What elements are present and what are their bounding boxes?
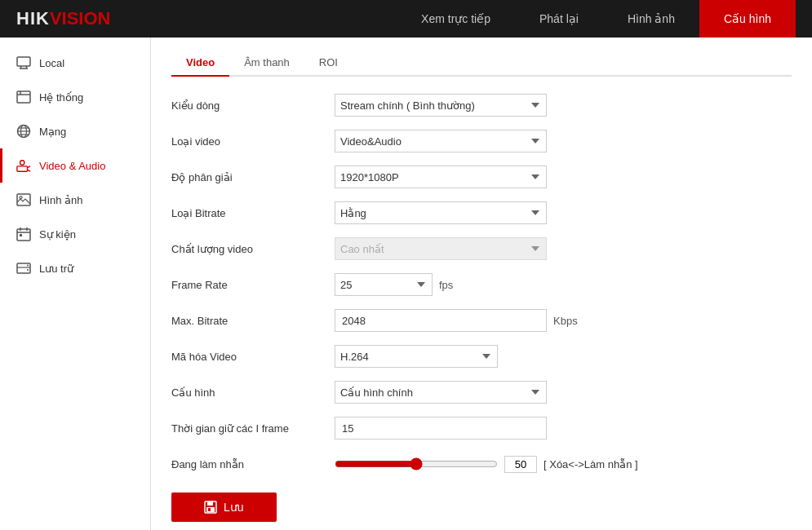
nav-tabs: Xem trực tiếp Phát lại Hình ảnh Cấu hình xyxy=(397,0,796,38)
svg-rect-0 xyxy=(17,57,30,66)
svg-rect-30 xyxy=(208,508,211,511)
nav-tab-hinh[interactable]: Hình ảnh xyxy=(603,0,699,38)
label-frame-rate: Frame Rate xyxy=(171,279,335,291)
unit-kbps: Kbps xyxy=(553,315,578,327)
form-row-iframe: Thời gian giữ các I frame xyxy=(171,416,792,440)
control-kieu-dong: Stream chính ( Bình thường) Stream phụ xyxy=(335,94,547,117)
label-loai-bitrate: Loại Bitrate xyxy=(171,207,335,219)
save-label: Lưu xyxy=(224,501,244,514)
slider-hint: [ Xóa<->Làm nhẵn ] xyxy=(544,458,638,470)
sidebar-item-su-kien[interactable]: Sự kiện xyxy=(0,217,150,251)
label-ma-hoa: Mã hóa Video xyxy=(171,351,335,363)
sidebar-item-video-audio[interactable]: Video & Audio xyxy=(0,148,150,183)
video-audio-icon xyxy=(16,158,31,173)
sidebar-label-video-audio: Video & Audio xyxy=(39,160,105,172)
label-cau-hinh: Cấu hình xyxy=(171,386,335,399)
label-max-bitrate: Max. Bitrate xyxy=(171,315,335,327)
select-frame-rate[interactable]: 25 20 15 10 5 xyxy=(335,273,433,296)
control-chat-luong: Cao nhất Cao Trung bình Thấp xyxy=(335,237,547,260)
form-row-max-bitrate: Max. Bitrate Kbps xyxy=(171,308,792,333)
form-row-cau-hinh: Cấu hình Cấu hình chính Cấu hình cơ bản xyxy=(171,380,792,404)
sidebar-label-local: Local xyxy=(39,57,64,69)
sidebar-item-local[interactable]: Local xyxy=(0,46,150,80)
control-loai-bitrate: Hằng Thay đổi xyxy=(335,201,547,224)
label-iframe: Thời gian giữ các I frame xyxy=(171,422,335,435)
slider-value: 50 xyxy=(504,456,537,473)
nav-tab-phat[interactable]: Phát lại xyxy=(515,0,603,38)
calendar-icon xyxy=(16,227,31,241)
svg-rect-18 xyxy=(17,229,30,241)
sidebar-item-hinh-anh[interactable]: Hình ảnh xyxy=(0,183,150,217)
select-cau-hinh[interactable]: Cấu hình chính Cấu hình cơ bản xyxy=(335,381,547,404)
svg-rect-13 xyxy=(17,166,28,171)
system-icon xyxy=(16,90,31,104)
save-section: Lưu xyxy=(171,492,792,522)
label-lam-nhan: Đang làm nhẵn xyxy=(171,458,335,470)
control-loai-video: Video&Audio Video xyxy=(335,130,547,152)
main-layout: Local Hệ thống M xyxy=(0,38,812,530)
sidebar-label-he-thong: Hệ thống xyxy=(39,91,83,104)
sidebar-item-mang[interactable]: Mạng xyxy=(0,114,150,148)
label-chat-luong: Chất lượng video xyxy=(171,243,335,255)
sidebar-item-luu-tru[interactable]: Lưu trữ xyxy=(0,251,150,285)
form-row-ma-hoa: Mã hóa Video H.264 H.265 xyxy=(171,344,792,369)
sidebar-item-he-thong[interactable]: Hệ thống xyxy=(0,80,150,114)
select-do-phan-giai[interactable]: 1920*1080P 1280*720P 704*576 xyxy=(335,166,547,188)
form-row-do-phan-giai: Độ phân giải 1920*1080P 1280*720P 704*57… xyxy=(171,165,792,189)
network-icon xyxy=(16,124,31,139)
label-do-phan-giai: Độ phân giải xyxy=(171,171,335,183)
nav-tab-xem[interactable]: Xem trực tiếp xyxy=(397,0,515,38)
storage-icon xyxy=(16,261,31,276)
select-loai-bitrate[interactable]: Hằng Thay đổi xyxy=(335,201,547,224)
select-chat-luong[interactable]: Cao nhất Cao Trung bình Thấp xyxy=(335,237,547,260)
control-lam-nhan: 50 [ Xóa<->Làm nhẵn ] xyxy=(335,456,638,473)
label-loai-video: Loại video xyxy=(171,135,335,148)
svg-point-25 xyxy=(27,265,29,267)
unit-fps: fps xyxy=(439,279,453,291)
sidebar-label-luu-tru: Lưu trữ xyxy=(39,263,73,275)
svg-rect-4 xyxy=(17,91,30,103)
form-row-lam-nhan: Đang làm nhẵn 50 [ Xóa<->Làm nhẵn ] xyxy=(171,452,792,476)
svg-point-26 xyxy=(27,269,29,271)
monitor-icon xyxy=(16,55,31,70)
control-frame-rate: 25 20 15 10 5 fps xyxy=(335,273,453,296)
header: HIKVISION Xem trực tiếp Phát lại Hình ản… xyxy=(0,0,812,38)
svg-point-12 xyxy=(20,161,24,165)
control-max-bitrate: Kbps xyxy=(335,309,578,332)
control-do-phan-giai: 1920*1080P 1280*720P 704*576 xyxy=(335,166,547,188)
svg-point-17 xyxy=(20,197,22,199)
label-kieu-dong: Kiểu dòng xyxy=(171,99,335,112)
input-iframe[interactable] xyxy=(335,417,547,439)
form-row-frame-rate: Frame Rate 25 20 15 10 5 fps xyxy=(171,272,792,297)
save-icon xyxy=(204,501,217,514)
select-kieu-dong[interactable]: Stream chính ( Bình thường) Stream phụ xyxy=(335,94,547,117)
content-tabs: Video Âm thanh ROI xyxy=(171,50,792,77)
control-iframe xyxy=(335,417,547,439)
save-button[interactable]: Lưu xyxy=(171,492,277,522)
form-row-chat-luong: Chất lượng video Cao nhất Cao Trung bình… xyxy=(171,236,792,261)
sidebar: Local Hệ thống M xyxy=(0,38,151,530)
nav-tab-cau-hinh[interactable]: Cấu hình xyxy=(699,0,796,38)
svg-rect-22 xyxy=(20,234,22,236)
content-area: Video Âm thanh ROI Kiểu dòng Stream chín… xyxy=(151,38,812,530)
control-cau-hinh: Cấu hình chính Cấu hình cơ bản xyxy=(335,381,547,404)
logo-vision: VISION xyxy=(50,8,111,29)
tab-video[interactable]: Video xyxy=(171,50,229,77)
tab-am-thanh[interactable]: Âm thanh xyxy=(229,50,304,77)
image-icon xyxy=(16,192,31,207)
form-row-loai-bitrate: Loại Bitrate Hằng Thay đổi xyxy=(171,201,792,225)
form-row-loai-video: Loại video Video&Audio Video xyxy=(171,129,792,153)
slider-lam-nhan[interactable] xyxy=(335,457,498,470)
sidebar-label-hinh-anh: Hình ảnh xyxy=(39,194,83,206)
sidebar-label-su-kien: Sự kiện xyxy=(39,228,76,241)
svg-rect-28 xyxy=(207,501,213,506)
input-max-bitrate[interactable] xyxy=(335,309,547,332)
video-form: Kiểu dòng Stream chính ( Bình thường) St… xyxy=(171,93,792,476)
logo-hik: HIK xyxy=(16,8,50,29)
form-row-kieu-dong: Kiểu dòng Stream chính ( Bình thường) St… xyxy=(171,93,792,117)
select-ma-hoa[interactable]: H.264 H.265 xyxy=(335,345,498,368)
sidebar-label-mang: Mạng xyxy=(39,126,66,138)
select-loai-video[interactable]: Video&Audio Video xyxy=(335,130,547,152)
tab-roi[interactable]: ROI xyxy=(304,50,353,77)
logo: HIKVISION xyxy=(16,8,110,29)
